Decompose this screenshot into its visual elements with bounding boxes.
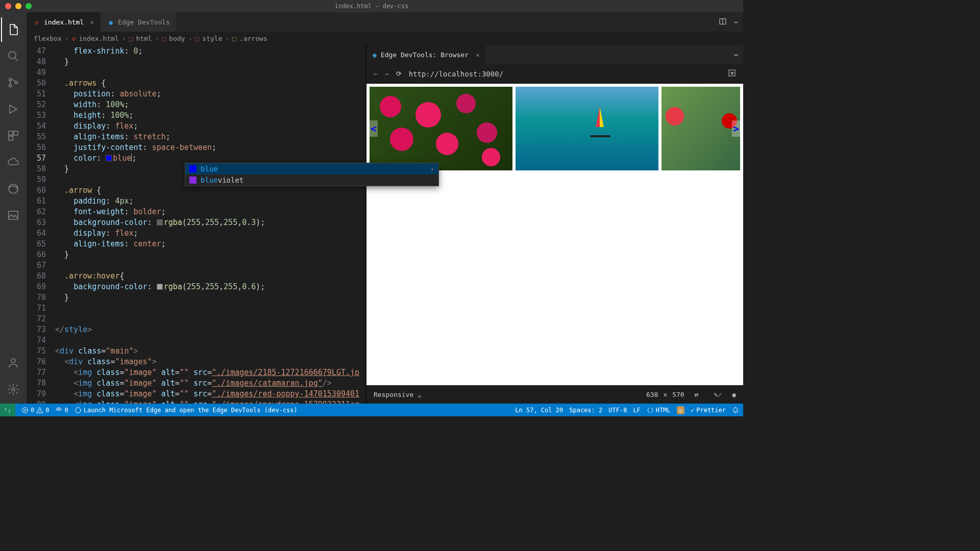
chevron-right-icon: › xyxy=(430,165,434,173)
html-file-icon: ◇ xyxy=(33,18,41,26)
chevron-right-icon: › xyxy=(65,35,69,42)
viewport-height[interactable]: 570 xyxy=(672,391,684,398)
color-swatch-icon xyxy=(189,165,197,172)
edge-icon: ◉ xyxy=(107,18,115,26)
settings-icon[interactable] xyxy=(1,377,26,402)
prettier-status[interactable]: ✓ Prettier xyxy=(691,407,726,414)
tab-edge-devtools[interactable]: ◉ Edge DevTools xyxy=(101,12,177,32)
svg-rect-6 xyxy=(9,136,13,140)
tag-icon: ⬚ xyxy=(162,35,166,42)
svg-point-14 xyxy=(58,409,59,410)
back-icon[interactable]: ← xyxy=(374,70,378,78)
inspect-icon[interactable] xyxy=(728,69,736,79)
edge-icon[interactable] xyxy=(1,177,26,201)
indentation[interactable]: Spaces: 2 xyxy=(569,407,602,414)
chevron-right-icon: › xyxy=(122,35,126,42)
remote-indicator[interactable] xyxy=(0,404,15,416)
svg-point-9 xyxy=(11,359,15,363)
accounts-icon[interactable] xyxy=(1,350,26,375)
svg-rect-12 xyxy=(729,70,735,76)
edge-icon: ◉ xyxy=(373,51,377,59)
preview-viewport[interactable]: < > xyxy=(366,84,743,385)
preview-image: < xyxy=(370,87,512,170)
dimension-separator: ✕ xyxy=(663,391,667,398)
browser-preview: ◉ Edge DevTools: Browser × ⋯ ← → ⟳ http:… xyxy=(366,45,743,404)
code-content[interactable]: flex-shrink: 0; } .arrows { position: ab… xyxy=(55,45,366,404)
chevron-right-icon: › xyxy=(188,35,192,42)
activity-bar xyxy=(0,12,27,404)
minimize-window-button[interactable] xyxy=(15,3,21,9)
breadcrumb-item[interactable]: html xyxy=(136,35,152,42)
svg-rect-8 xyxy=(9,211,18,219)
more-actions-icon[interactable]: ⋯ xyxy=(734,51,738,59)
css-rule-icon: ⬚ xyxy=(232,35,236,42)
feedback-icon[interactable]: ☑ xyxy=(677,406,684,414)
suggest-item-blueviolet[interactable]: blueviolet xyxy=(185,174,438,186)
breadcrumb-item[interactable]: index.html xyxy=(79,35,118,42)
code-editor[interactable]: 4748495051525354555657585960616263646566… xyxy=(27,45,366,404)
html-file-icon: ◇ xyxy=(72,35,76,42)
image-icon[interactable] xyxy=(1,203,26,228)
launch-devtools-button[interactable]: Launch Microsoft Edge and open the Edge … xyxy=(75,407,298,414)
arrow-left[interactable]: < xyxy=(370,120,378,137)
traffic-lights xyxy=(5,3,32,9)
source-control-icon[interactable] xyxy=(1,70,26,95)
tab-label: Edge DevTools xyxy=(118,18,170,26)
autocomplete-popup[interactable]: blue › blueviolet xyxy=(185,163,439,186)
tag-icon: ⬚ xyxy=(129,35,133,42)
svg-rect-4 xyxy=(9,131,13,135)
close-tab-icon[interactable]: × xyxy=(90,18,94,26)
split-editor-icon[interactable] xyxy=(719,17,727,27)
titlebar: index.html — dev-css xyxy=(0,0,743,12)
status-bar: 0 0 0 Launch Microsoft Edge and open the… xyxy=(0,404,743,416)
preview-image xyxy=(516,87,658,170)
errors-indicator[interactable]: 0 0 xyxy=(21,407,49,414)
eol[interactable]: LF xyxy=(633,407,640,414)
search-icon[interactable] xyxy=(1,44,26,68)
preview-tab[interactable]: ◉ Edge DevTools: Browser × xyxy=(366,45,486,64)
explorer-icon[interactable] xyxy=(1,17,26,42)
preview-tab-label: Edge DevTools: Browser xyxy=(381,51,469,59)
notifications-icon[interactable] xyxy=(732,407,739,414)
port-indicator[interactable]: 0 xyxy=(55,407,68,414)
rotate-icon[interactable]: ⇄ xyxy=(695,391,699,398)
chevron-right-icon: › xyxy=(225,35,229,42)
close-window-button[interactable] xyxy=(5,3,11,9)
encoding[interactable]: UTF-8 xyxy=(608,407,627,414)
run-debug-icon[interactable] xyxy=(1,97,26,121)
breadcrumb-item[interactable]: .arrows xyxy=(239,35,267,42)
breadcrumb-item[interactable]: body xyxy=(169,35,185,42)
chevron-right-icon: › xyxy=(155,35,159,42)
responsive-selector[interactable]: Responsive ⌄ xyxy=(374,391,422,398)
tab-index-html[interactable]: ◇ index.html × xyxy=(27,12,101,32)
breadcrumb-item[interactable]: flexbox xyxy=(34,35,62,42)
screenshot-icon[interactable]: ✎̷ xyxy=(714,391,722,398)
breadcrumb-item[interactable]: style xyxy=(202,35,222,42)
forward-icon[interactable]: → xyxy=(385,70,389,78)
vision-icon[interactable]: ◉ xyxy=(732,391,736,398)
extensions-icon[interactable] xyxy=(1,123,26,148)
suggest-item-blue[interactable]: blue › xyxy=(185,163,438,174)
arrow-right[interactable]: > xyxy=(732,120,740,137)
window-title: index.html — dev-css xyxy=(335,3,409,10)
more-actions-icon[interactable]: ⋯ xyxy=(734,18,738,26)
preview-image: > xyxy=(662,87,740,170)
language-mode[interactable]: HTML xyxy=(647,407,671,414)
url-bar[interactable]: http://localhost:3000/ xyxy=(409,70,721,78)
viewport-width[interactable]: 638 xyxy=(646,391,658,398)
close-tab-icon[interactable]: × xyxy=(476,51,480,59)
breadcrumb[interactable]: flexbox › ◇ index.html › ⬚ html › ⬚ body… xyxy=(27,32,743,45)
svg-point-10 xyxy=(12,388,15,391)
cursor-position[interactable]: Ln 57, Col 20 xyxy=(515,407,563,414)
chevron-down-icon: ⌄ xyxy=(418,391,422,398)
line-numbers: 4748495051525354555657585960616263646566… xyxy=(27,45,55,404)
svg-point-15 xyxy=(75,407,81,413)
tag-icon: ⬚ xyxy=(195,35,200,42)
maximize-window-button[interactable] xyxy=(26,3,32,9)
svg-rect-5 xyxy=(14,131,18,135)
editor-tab-bar: ◇ index.html × ◉ Edge DevTools ⋯ xyxy=(27,12,743,32)
color-swatch-icon xyxy=(189,177,197,184)
reload-icon[interactable]: ⟳ xyxy=(396,70,402,78)
tab-label: index.html xyxy=(44,18,84,26)
cloud-icon[interactable] xyxy=(1,150,26,174)
